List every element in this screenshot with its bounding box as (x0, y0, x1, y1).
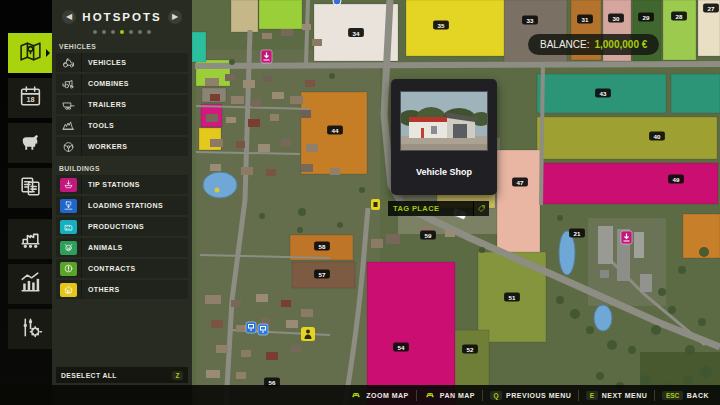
svg-text:47: 47 (517, 179, 524, 186)
building (231, 96, 244, 104)
combine-icon (56, 74, 82, 93)
building (210, 139, 223, 147)
page-dot (102, 30, 106, 34)
field-number-badge: 28 (671, 12, 687, 21)
main-menu-sidebar: 18 (0, 0, 52, 405)
key-hint-z: Z (172, 371, 183, 380)
tag-icon (477, 204, 486, 213)
tree (479, 247, 485, 253)
action-previous-menu[interactable]: QPREVIOUS MENU (483, 391, 578, 400)
action-zoom-map[interactable]: ZOOM MAP (343, 389, 416, 401)
building (262, 33, 272, 39)
page-right-arrow-icon[interactable]: ▶ (168, 10, 182, 24)
action-back[interactable]: ESCBACK (655, 391, 716, 400)
hotspot-item-label: WORKERS (88, 143, 127, 150)
settings-icon (18, 315, 43, 344)
hotspot-item-workers[interactable]: WORKERS (56, 137, 188, 156)
hotspot-item-trailers[interactable]: TRAILERS (56, 95, 188, 114)
deselect-all-button[interactable]: DESELECT ALL Z (56, 367, 188, 383)
marker-loading-station[interactable] (258, 324, 268, 335)
tree (298, 208, 306, 216)
hotspot-item-tools[interactable]: TOOLS (56, 116, 188, 135)
documents-icon (18, 174, 43, 203)
hotspots-header: ◀ HOTSPOTS ▶ (52, 0, 192, 24)
hotspot-item-combines[interactable]: COMBINES (56, 74, 188, 93)
action-pan-map[interactable]: PAN MAP (417, 389, 482, 401)
marker-dot-small[interactable] (215, 188, 220, 193)
building (263, 76, 272, 82)
field-number-badge: 29 (638, 13, 654, 22)
hotspot-item-label: VEHICLES (88, 59, 126, 66)
sidebar-item-production-chains[interactable] (8, 219, 52, 259)
action-label: NEXT MENU (602, 392, 648, 399)
sidebar-item-settings[interactable] (8, 309, 52, 349)
svg-text:52: 52 (467, 346, 474, 353)
hotspot-item-contracts[interactable]: CONTRACTS (56, 259, 188, 278)
hotspot-item-vehicles[interactable]: VEHICLES (56, 53, 188, 72)
hotspot-item-others[interactable]: OTHERS (56, 280, 188, 299)
tree (329, 73, 335, 79)
marker-person[interactable] (301, 327, 315, 341)
building (231, 300, 241, 307)
page-left-arrow-icon[interactable]: ◀ (62, 10, 76, 24)
building (301, 164, 313, 172)
steering-wheel-icon (56, 137, 82, 156)
hotspot-item-animals[interactable]: ANIMALS (56, 238, 188, 257)
sidebar-item-animals[interactable] (8, 123, 52, 163)
building (281, 29, 293, 36)
marker-tip-station[interactable] (261, 50, 272, 63)
page-dot (93, 30, 97, 34)
road (306, 0, 308, 64)
action-next-menu[interactable]: ENEXT MENU (579, 391, 654, 400)
building (206, 370, 220, 378)
svg-text:44: 44 (332, 127, 339, 134)
hotspot-item-label: TIP STATIONS (88, 181, 140, 188)
tree (700, 366, 712, 378)
marker-tip-station[interactable] (621, 231, 632, 244)
sidebar-item-contracts-documents[interactable] (8, 168, 52, 208)
marker-dot[interactable] (333, 0, 341, 5)
gamepad-icon (424, 389, 436, 401)
svg-text:35: 35 (438, 22, 445, 29)
key-hint-esc: ESC (662, 391, 682, 400)
action-label: PREVIOUS MENU (506, 392, 571, 399)
building (272, 92, 284, 99)
hotspot-item-loading-stations[interactable]: LOADING STATIONS (56, 196, 188, 215)
sidebar-item-calendar[interactable]: 18 (8, 78, 52, 118)
map-icon (18, 39, 43, 68)
building (270, 114, 279, 121)
building (225, 74, 235, 81)
section-label-buildings: BUILDINGS (59, 165, 185, 172)
svg-text:58: 58 (319, 243, 326, 250)
marker-loading-station[interactable] (246, 322, 256, 333)
hotspot-item-productions[interactable]: PRODUCTIONS (56, 217, 188, 236)
building (205, 295, 221, 304)
hotspot-item-tip-stations[interactable]: TIP STATIONS (56, 175, 188, 194)
page-dot (147, 30, 151, 34)
sidebar-item-map[interactable] (8, 33, 52, 73)
building (301, 309, 313, 317)
svg-text:51: 51 (509, 294, 516, 301)
tree (297, 227, 303, 233)
tip-station-icon (56, 175, 82, 194)
map-field-49 (537, 163, 718, 204)
field-number-badge: 57 (314, 270, 330, 279)
field-number-badge: 35 (433, 21, 449, 30)
sidebar-item-statistics[interactable] (8, 264, 52, 304)
hotspot-item-label: OTHERS (88, 286, 120, 293)
tag-place-button[interactable] (473, 201, 489, 216)
hotspot-filter-list: VEHICLESVEHICLESCOMBINESTRAILERSTOOLSWOR… (52, 43, 192, 299)
hotspot-item-label: ANIMALS (88, 244, 123, 251)
balance-value: 1,000,000 € (594, 39, 647, 50)
pond (559, 231, 575, 275)
svg-text:27: 27 (708, 5, 715, 12)
page-dot (129, 30, 133, 34)
marker-poi[interactable] (371, 199, 380, 210)
building (248, 119, 260, 127)
building (241, 350, 251, 357)
panel-title: HOTSPOTS (82, 11, 161, 23)
cow-icon (18, 129, 43, 158)
map-field (671, 74, 720, 113)
building (258, 144, 270, 152)
field-number-badge: 44 (327, 126, 343, 135)
